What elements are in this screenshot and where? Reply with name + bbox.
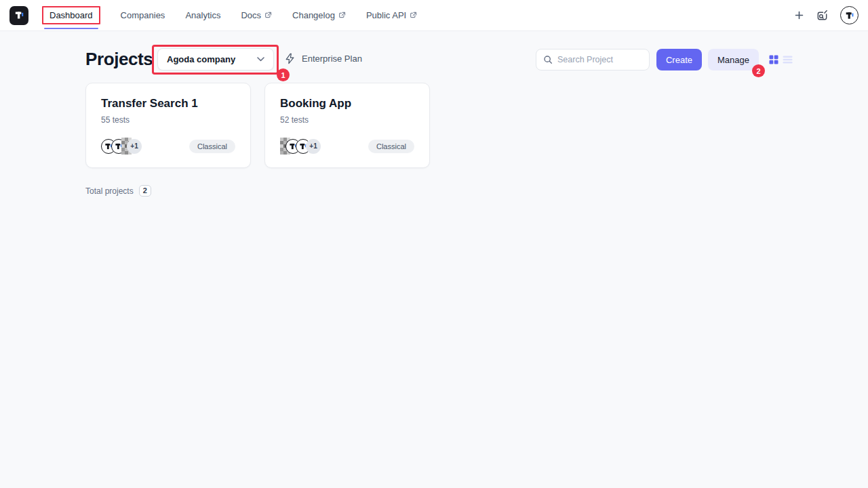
external-link-icon: [264, 12, 272, 19]
nav-item-companies[interactable]: Companies: [121, 10, 165, 20]
external-link-icon: [338, 12, 346, 19]
lightning-bolt-icon: [284, 53, 296, 64]
total-projects-count-badge: 2: [139, 185, 151, 197]
manage-button[interactable]: Manage: [708, 49, 759, 70]
project-card-booking-app[interactable]: Booking App 52 tests +1 Classical: [264, 83, 430, 168]
member-avatar-stack: +1: [280, 138, 321, 155]
user-avatar[interactable]: [840, 6, 859, 24]
card-footer: +1 Classical: [280, 138, 414, 155]
search-input[interactable]: [557, 55, 642, 64]
page-title: Projects: [85, 49, 153, 70]
add-button[interactable]: [794, 10, 804, 20]
nav-label: Public API: [366, 10, 406, 20]
project-type-badge: Classical: [189, 140, 235, 153]
nav-label: Docs: [241, 10, 261, 20]
project-test-count: 52 tests: [280, 115, 414, 125]
plus-icon: [794, 10, 804, 20]
chevron-down-icon: [257, 57, 264, 62]
project-search: [536, 49, 650, 70]
document-magnifier-icon: [816, 9, 829, 22]
project-type-badge: Classical: [368, 140, 414, 153]
app-logo[interactable]: [9, 6, 28, 25]
member-avatar-stack: +1: [101, 138, 142, 155]
plan-label: Enterprise Plan: [302, 54, 362, 64]
t-logo-icon: [844, 10, 855, 21]
plan-indicator: Enterprise Plan: [284, 53, 362, 64]
t-logo-icon: [14, 9, 25, 21]
audit-search-button[interactable]: [816, 9, 829, 22]
nav-label: Dashboard: [50, 10, 93, 20]
active-tab-underline: [44, 28, 98, 29]
nav-label: Analytics: [185, 10, 220, 20]
project-test-count: 55 tests: [101, 115, 235, 125]
avatar-overflow-badge: +1: [306, 139, 321, 154]
nav-item-public-api[interactable]: Public API: [366, 10, 417, 20]
external-link-icon: [410, 12, 417, 19]
nav-item-dashboard[interactable]: Dashboard: [42, 6, 100, 24]
nav-item-docs[interactable]: Docs: [241, 10, 272, 20]
projects-page: Projects Agoda company Enterprise Plan: [0, 31, 868, 488]
total-projects-label: Total projects: [85, 186, 134, 196]
project-card-grid: Transfer Search 1 55 tests +1 Classical: [85, 83, 430, 168]
manage-button-wrapper: Manage: [708, 49, 759, 70]
top-navigation-bar: Dashboard Companies Analytics Docs Chang…: [0, 0, 868, 31]
header-actions: [794, 6, 859, 24]
annotation-step-1-badge: 1: [277, 68, 290, 81]
avatar-overflow-badge: +1: [127, 139, 142, 154]
project-controls: Create Manage: [536, 49, 793, 70]
nav-label: Companies: [121, 10, 165, 20]
nav-item-analytics[interactable]: Analytics: [185, 10, 220, 20]
nav-item-changelog[interactable]: Changelog: [292, 10, 346, 20]
project-card-transfer-search-1[interactable]: Transfer Search 1 55 tests +1 Classical: [85, 83, 251, 168]
list-view-icon[interactable]: [783, 55, 793, 64]
create-button[interactable]: Create: [656, 49, 702, 70]
card-footer: +1 Classical: [101, 138, 235, 155]
main-nav: Dashboard Companies Analytics Docs Chang…: [42, 6, 417, 24]
total-projects-row: Total projects 2: [85, 185, 151, 197]
grid-view-icon[interactable]: [769, 55, 778, 64]
company-selector-value: Agoda company: [167, 54, 235, 64]
project-title: Transfer Search 1: [101, 97, 235, 110]
project-title: Booking App: [280, 97, 414, 110]
view-toggle: [769, 55, 793, 64]
search-icon: [543, 55, 553, 64]
company-selector-dropdown[interactable]: Agoda company: [157, 48, 274, 70]
nav-label: Changelog: [292, 10, 335, 20]
